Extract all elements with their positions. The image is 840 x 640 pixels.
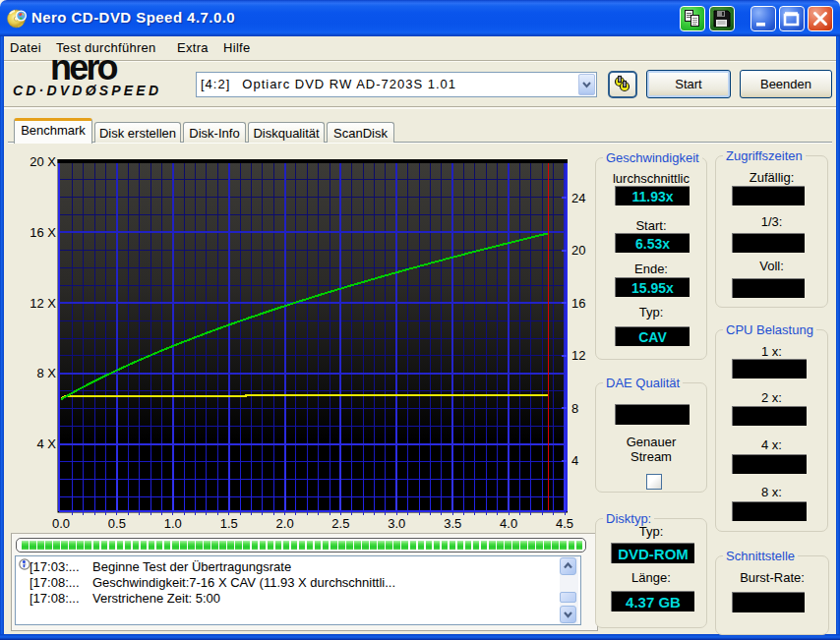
svg-text:3.5: 3.5 [444,516,461,531]
svg-text:4: 4 [571,453,578,468]
svg-text:4.5: 4.5 [556,516,573,531]
svg-text:16: 16 [571,296,585,311]
svg-text:12: 12 [571,348,585,363]
svg-text:4.0: 4.0 [500,516,517,531]
svg-text:24: 24 [571,191,585,205]
svg-text:1.0: 1.0 [164,516,182,531]
svg-text:8 X: 8 X [36,366,56,380]
svg-text:4 X: 4 X [36,436,56,451]
svg-text:0.0: 0.0 [52,516,70,531]
svg-text:20: 20 [571,243,585,258]
svg-text:16 X: 16 X [30,225,56,240]
svg-text:8: 8 [571,401,578,416]
svg-text:1.5: 1.5 [220,516,238,531]
svg-text:12 X: 12 X [30,296,56,311]
svg-text:3.0: 3.0 [388,516,405,531]
svg-text:2.5: 2.5 [331,516,349,531]
svg-text:2.0: 2.0 [276,516,294,531]
svg-text:0.5: 0.5 [108,516,126,531]
svg-text:20 X: 20 X [30,154,56,169]
